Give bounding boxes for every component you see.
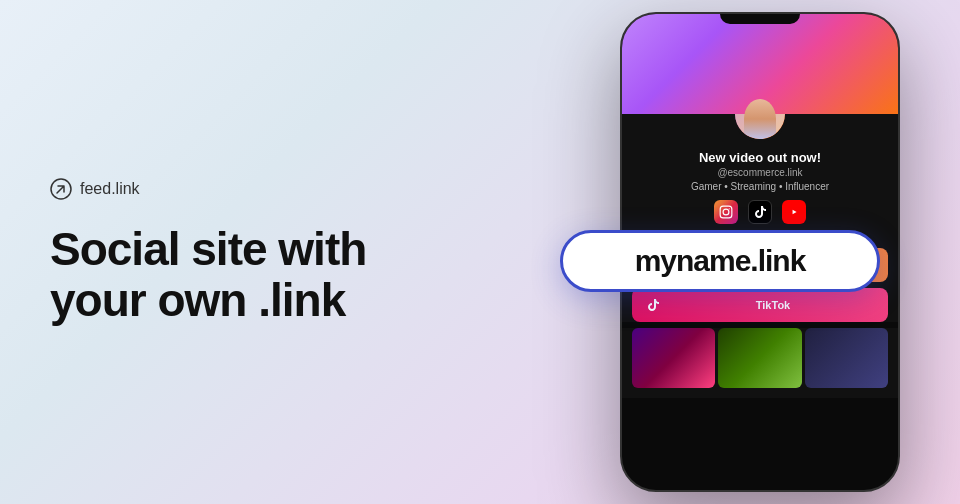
avatar-person-silhouette [744,99,776,139]
tiktok-link-label: TikTok [670,299,876,311]
tiktok-link-icon [644,296,662,314]
youtube-icon[interactable] [782,200,806,224]
headline: Social site with your own .link [50,224,430,325]
headline-line2: your own .link [50,274,345,326]
phone-notch [720,14,800,24]
profile-name: New video out now! [638,150,882,165]
svg-point-2 [723,209,729,215]
social-icons-row [638,200,882,224]
page-container: feed.link Social site with your own .lin… [0,0,960,504]
tiktok-icon[interactable] [748,200,772,224]
headline-line1: Social site with [50,223,366,275]
brand-name: feed.link [80,180,140,198]
thumb-3-content [805,328,888,388]
phone-area: myname.link New video out now! @escommer… [480,0,960,504]
thumb-1-content [632,328,715,388]
svg-point-3 [729,208,730,209]
url-text: myname.link [635,244,806,278]
left-content: feed.link Social site with your own .lin… [0,118,480,385]
profile-handle: @escommerce.link [638,167,882,178]
brand-icon [50,178,72,200]
thumbnails-row [622,328,898,398]
brand-logo: feed.link [50,178,430,200]
svg-rect-1 [720,206,732,218]
instagram-icon[interactable] [714,200,738,224]
thumbnail-1 [632,328,715,388]
profile-bio: Gamer • Streaming • Influencer [638,181,882,192]
thumbnail-2 [718,328,801,388]
thumbnail-3 [805,328,888,388]
thumb-2-content [718,328,801,388]
url-pill[interactable]: myname.link [560,230,880,292]
tiktok-link-btn[interactable]: TikTok [632,288,888,322]
